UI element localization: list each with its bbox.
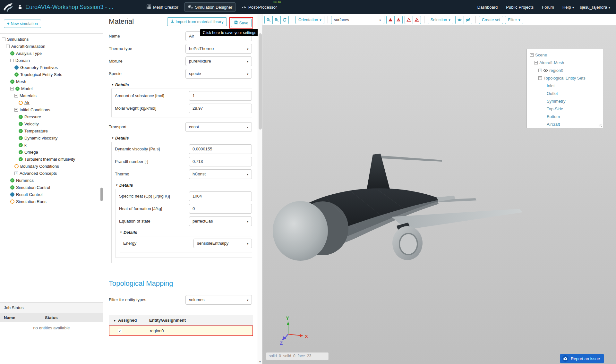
expand-toggle-icon[interactable] [538,76,542,80]
details-toggle[interactable]: Details [111,134,252,142]
visibility-eye-icon[interactable] [543,69,548,72]
filter-dropdown[interactable]: Filter [505,16,523,24]
tree-item[interactable]: Boundary Conditions [0,163,103,170]
scrollbar-down-arrow[interactable]: ▼ [258,360,262,363]
expand-toggle-icon[interactable] [6,45,10,48]
assigned-checkbox[interactable] [118,329,122,333]
nav-link[interactable]: Forum [542,5,554,10]
tree-item[interactable]: k [0,141,103,148]
face-normal-solid-button[interactable] [386,16,395,24]
report-issue-button[interactable]: Report an issue [560,354,604,363]
expand-toggle-icon[interactable] [14,172,18,175]
tree-item[interactable]: Numerics [0,177,103,184]
save-button[interactable]: Save [231,19,252,27]
expand-toggle-icon[interactable] [530,53,534,57]
tree-item[interactable]: Simulation Runs [0,198,103,205]
face-normal-outline-button[interactable] [405,16,413,24]
molar-weight-input[interactable] [189,104,252,113]
tree-item[interactable]: Velocity [0,120,103,127]
tab-mesh-creator[interactable]: Mesh Creator [144,3,181,12]
tree-item[interactable]: Domain [0,57,103,64]
scene-tree-item[interactable]: Symmetry [528,97,602,105]
tree-item[interactable]: Geometry Primitives [0,64,103,71]
tree-item[interactable]: Simulation Control [0,184,103,191]
nav-link[interactable]: Help [562,5,574,10]
orientation-dropdown[interactable]: Orientation [295,16,324,24]
selection-dropdown[interactable]: Selection [428,16,453,24]
specie-select[interactable]: specie [185,69,252,79]
tab-post-processor[interactable]: Post-Processor BETA [239,3,280,11]
expand-toggle-icon[interactable] [14,108,18,112]
details-toggle[interactable]: Details [111,80,252,89]
create-set-button[interactable]: Create set [479,16,503,24]
tree-item[interactable]: Analysis Type [0,50,103,57]
scene-tree-item[interactable]: Bottom [528,113,602,120]
tree-item[interactable]: Aircraft-Simulation [0,43,103,50]
scene-tree-item[interactable]: Scene [528,51,602,59]
details-toggle[interactable]: Details [116,181,252,189]
scene-tree-item[interactable]: region0 [528,66,602,74]
details-toggle[interactable]: Details [120,228,252,236]
tree-item[interactable]: Model [0,85,103,92]
scrollbar-thumb[interactable] [259,33,262,130]
hide-entities-button[interactable] [464,16,472,24]
scene-tree-item[interactable]: Inlet [528,82,602,89]
user-menu[interactable]: sjesu_rajendra [580,5,610,10]
tree-item[interactable]: Omega [0,148,103,156]
mixture-select[interactable]: pureMixture [185,56,252,66]
nav-link[interactable]: Public Projects [506,5,534,10]
show-entities-button[interactable] [455,16,464,24]
scene-tree-item[interactable]: Aircraft-Mesh [528,59,602,66]
equation-of-state-select[interactable]: perfectGas [189,216,252,226]
new-simulation-button[interactable]: New simulation [4,20,41,28]
tree-item[interactable]: Materials [0,92,103,99]
tree-item[interactable]: Dynamic viscosity [0,134,103,141]
scene-tree-item[interactable]: Topological Entity Sets [528,74,602,82]
tree-item[interactable]: Simulations [0,36,103,43]
scene-tree-item[interactable]: Aircraft [528,120,602,128]
scene-tree-item[interactable]: Outlet [528,89,602,97]
sidebar-scrollbar[interactable] [100,188,103,201]
heat-of-formation-input[interactable] [189,204,252,214]
dynamic-viscosity-input[interactable] [189,144,252,154]
tree-item[interactable]: Advanced Concepts [0,170,103,177]
zoom-in-button[interactable] [264,16,273,24]
tree-item[interactable]: Air [0,99,103,106]
tree-item[interactable]: Result Control [0,191,103,198]
expand-toggle-icon[interactable] [10,87,14,90]
expand-toggle-icon[interactable] [14,94,18,97]
tree-item[interactable]: Mesh [0,78,103,85]
tree-item[interactable]: Turbulent thermal diffusivity [0,156,103,163]
save-highlight-box: Save [229,17,253,29]
entity-filter-select[interactable]: volumes [185,295,252,305]
assignment-row-region0[interactable]: region0 [109,326,253,336]
expand-toggle-icon[interactable] [2,38,5,41]
tree-item[interactable]: Topological Entity Sets [0,71,103,78]
transport-select[interactable]: const [185,122,252,132]
scene-tree-item[interactable]: Top-Side [528,105,602,113]
tree-item[interactable]: Temperature [0,127,103,134]
display-mode-select[interactable]: surfaces [331,16,384,24]
tree-item[interactable]: Initial Conditions [0,106,103,113]
energy-select[interactable]: sensibleEnthalpy [193,239,252,248]
import-material-library-button[interactable]: Import from material library [167,17,227,26]
aircraft-model[interactable] [273,154,522,261]
expand-toggle-icon[interactable] [538,69,542,72]
tree-item[interactable]: Pressure [0,113,103,120]
nav-link[interactable]: Dashboard [477,5,498,10]
thermo-select[interactable]: hConst [189,169,252,179]
panel-scrollbar[interactable]: ▼ [258,14,262,364]
face-normal-outline-alt-button[interactable] [413,16,421,24]
reset-view-button[interactable] [280,16,289,24]
amount-of-substance-input[interactable] [189,91,252,101]
specific-heat-input[interactable] [189,191,252,201]
expand-toggle-icon[interactable] [534,61,538,64]
expand-toggle-icon[interactable] [10,59,14,62]
zoom-window-button[interactable] [272,16,281,24]
face-normal-solid-alt-button[interactable] [394,16,403,24]
tab-simulation-designer[interactable]: Simulation Designer [184,2,235,12]
thermo-type-select[interactable]: hePsiThermo [185,44,252,54]
3d-viewport-canvas[interactable]: Y X Z Scene Aircraft-Mesh [262,26,616,364]
prandtl-input[interactable] [189,157,252,166]
app-logo-icon[interactable] [3,2,14,12]
